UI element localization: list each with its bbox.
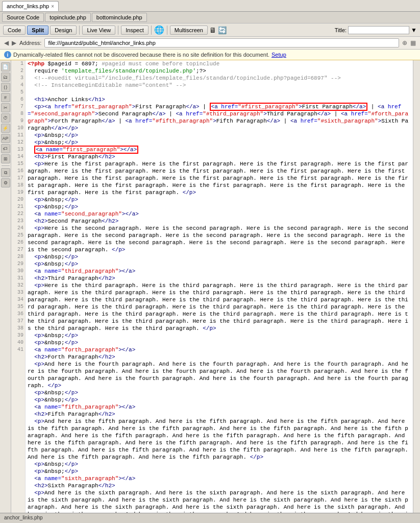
code-line-4: <!-- InstanceBeginEditable name="content… — [28, 82, 411, 89]
sidebar-icon-snippets[interactable]: ✂ — [1, 103, 10, 112]
sidebar-icon-divider — [2, 165, 10, 166]
code-lines: <?php $pageid = 6897; #pageid must come … — [26, 60, 413, 513]
status-text: anchor_links.php — [4, 515, 43, 520]
code-line-6: <h1>Anchor Links</h1> — [28, 96, 411, 103]
code-editor: 12345 678910 1112131415 1617181920 21222… — [11, 60, 413, 513]
sidebar-icon-ap[interactable]: AP — [1, 134, 10, 143]
split-button[interactable]: Split — [27, 26, 48, 35]
sidebar-icon-behaviors[interactable]: ⚡ — [1, 124, 10, 133]
setup-link[interactable]: Setup — [271, 52, 286, 58]
globe-icon: 🌐 — [154, 25, 164, 35]
code-line-5 — [28, 89, 411, 96]
address-bar: ◀ ▶ Address: ⊕ ▦ — [0, 37, 420, 50]
code-line-34: <p>&nbsp;</p> — [28, 468, 411, 475]
code-line-2: require 'template_files/standard/topincl… — [28, 67, 411, 75]
code-line-30: <a name="fifth_paragraph"></a> — [28, 403, 411, 411]
monitor-icon: 🖥 — [209, 26, 216, 34]
address-label: Address: — [19, 40, 41, 46]
code-line-36: <h2>Sixth Paragraph</h2> — [28, 482, 411, 489]
sidebar-icon-dom[interactable]: # — [1, 93, 10, 102]
toolbar-separator-4 — [167, 26, 167, 35]
code-line-10: <a name="first_paragraph"></a> — [28, 146, 411, 153]
multiscreen-button[interactable]: Multiscreen — [170, 26, 208, 35]
code-line-13: <p>&nbsp;</p> — [28, 196, 411, 203]
sidebar-icon-settings[interactable]: ⚙ — [1, 178, 10, 187]
code-line-37: <p>And here is the sixth paragraph. And … — [28, 489, 411, 513]
code-content[interactable]: 12345 678910 1112131415 1617181920 21222… — [11, 60, 413, 513]
file-tab[interactable]: anchor_links.php × — [2, 1, 59, 11]
sidebar-icon-css[interactable]: ⟨⟩ — [1, 83, 10, 92]
code-line-19: <p>&nbsp;</p> — [28, 260, 411, 268]
sidebar-icon-assets[interactable]: 🗂 — [1, 73, 10, 82]
code-button[interactable]: Code — [3, 26, 26, 35]
info-bar: i Dynamically-related files cannot not b… — [0, 50, 420, 60]
code-line-32: <p>And here is the fifth paragraph. And … — [28, 418, 411, 461]
forward-icon[interactable]: ▶ — [12, 39, 16, 46]
code-line-29: <p>&nbsp;</p> — [28, 396, 411, 403]
code-line-14: <p>&nbsp;</p> — [28, 203, 411, 210]
title-input[interactable] — [348, 26, 409, 34]
source-tab-bottominclude[interactable]: bottominclude.php — [92, 13, 147, 22]
source-tabs-bar: Source Code topinclude.php bottominclude… — [0, 12, 420, 23]
code-line-1: <?php $pageid = 6897; #pageid must come … — [28, 60, 411, 67]
code-line-20: <a name="third_paragraph"></a> — [28, 268, 411, 275]
code-line-15: <a name="second_paragraph"></a> — [28, 210, 411, 218]
code-line-11: <h2>First Paragraph</h2> — [28, 153, 411, 160]
title-label: Title: — [335, 27, 347, 33]
info-icon: i — [4, 51, 11, 58]
left-sidebar: 📄 🗂 ⟨⟩ # ✂ ⏱ ⚡ AP 🏷 ⊞ ⧉ ⚙ — [0, 60, 11, 513]
refresh-icon[interactable]: 🔄 — [218, 26, 227, 34]
tab-close-icon[interactable]: × — [51, 4, 54, 9]
code-line-35: <a name="sixth_paragraph"></a> — [28, 475, 411, 482]
sidebar-icon-layers[interactable]: ⊞ — [1, 154, 10, 163]
main-layout: 📄 🗂 ⟨⟩ # ✂ ⏱ ⚡ AP 🏷 ⊞ ⧉ ⚙ 12345 678910 1… — [0, 60, 420, 513]
dropdown-icon[interactable]: ▼ — [411, 27, 417, 34]
sidebar-icon-components[interactable]: ⧉ — [1, 168, 10, 177]
code-line-18: <p>&nbsp;</p> — [28, 253, 411, 260]
code-line-25: <a name="forth_paragraph"></a> — [28, 346, 411, 353]
code-line-8: <p>&nbsp;</p> — [28, 132, 411, 139]
code-line-26: <h2>Forth Paragraph</h2> — [28, 353, 411, 361]
toolbar-separator-2 — [118, 26, 118, 35]
sidebar-icon-file[interactable]: 📄 — [1, 62, 10, 72]
design-button[interactable]: Design — [50, 26, 77, 35]
tab-label: anchor_links.php — [7, 3, 49, 9]
code-line-24: <p>&nbsp;</p> — [28, 339, 411, 346]
code-line-28: <p>&nbsp;</p> — [28, 389, 411, 396]
toolbar-separator-1 — [79, 26, 80, 35]
inspect-button[interactable]: Inspect — [121, 26, 148, 35]
right-sidebar — [413, 60, 420, 513]
info-message: Dynamically-related files cannot not be … — [13, 52, 269, 58]
line-numbers: 12345 678910 1112131415 1617181920 21222… — [11, 60, 26, 513]
code-line-22: <p>Here is the third paragraph. Here is … — [28, 282, 411, 332]
code-line-33: <p>&nbsp;</p> — [28, 461, 411, 468]
code-line-9: <p>&nbsp;</p> — [28, 139, 411, 146]
code-line-31: <h2>Fifth Paragraph</h2> — [28, 411, 411, 418]
title-bar: anchor_links.php × — [0, 0, 420, 12]
sidebar-icon-tags[interactable]: 🏷 — [1, 144, 10, 153]
code-line-12: <p>Here is the first paragraph. Here is … — [28, 160, 411, 196]
code-line-23: <p>&nbsp;</p> — [28, 332, 411, 339]
toolbar-separator-3 — [151, 26, 152, 35]
live-view-button[interactable]: Live View — [82, 26, 115, 35]
code-line-21: <h2>Third Paragraph</h2> — [28, 275, 411, 282]
code-line-16: <h2>Second Paragraph</h2> — [28, 218, 411, 225]
address-grid-icon[interactable]: ▦ — [410, 39, 416, 46]
code-line-27: <p>And here is the fourth paragraph. And… — [28, 361, 411, 389]
code-line-7: <p><a href="#first_paragraph">First Para… — [28, 103, 411, 132]
address-action-icon[interactable]: ⊕ — [402, 39, 407, 46]
code-line-3: <!--#ouedit virtual="/include_files/temp… — [28, 75, 411, 82]
back-icon[interactable]: ◀ — [4, 39, 9, 46]
source-tab-topinclude[interactable]: topinclude.php — [45, 13, 91, 22]
status-bar: anchor_links.php — [0, 513, 420, 522]
address-input[interactable] — [44, 38, 399, 47]
source-tab-source-code[interactable]: Source Code — [2, 13, 44, 22]
code-line-17: <p>Here is the second paragraph. Here is… — [28, 225, 411, 253]
main-toolbar: Code Split Design Live View Inspect 🌐 Mu… — [0, 23, 420, 37]
sidebar-icon-history[interactable]: ⏱ — [1, 113, 10, 123]
